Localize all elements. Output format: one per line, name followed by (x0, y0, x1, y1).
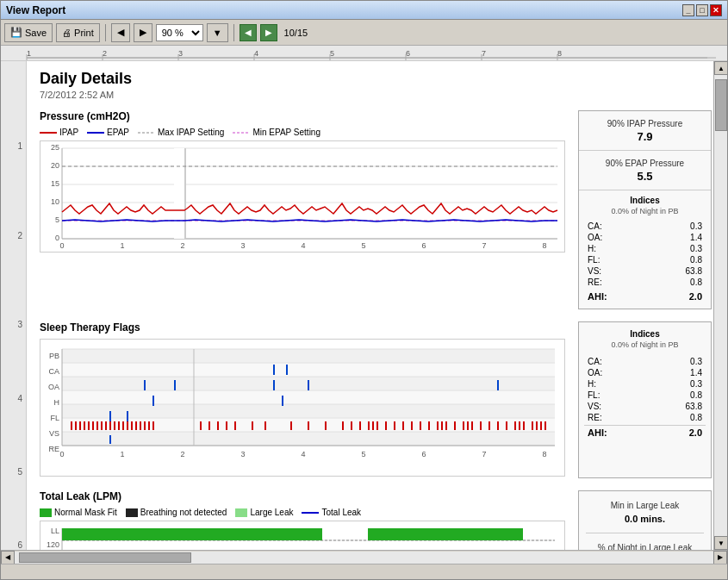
legend-normal-label: Normal Mask Fit (54, 508, 117, 517)
scroll-left-button[interactable]: ◀ (1, 551, 15, 564)
svg-rect-79 (308, 380, 309, 390)
h-value: 0.3 (690, 244, 702, 253)
svg-rect-145 (109, 435, 111, 444)
legend-ipap-label: IPAP (59, 128, 78, 137)
scroll-up-button[interactable]: ▲ (714, 61, 727, 75)
svg-text:6: 6 (421, 241, 426, 250)
leak-legend: Normal Mask Fit Breathing not detected L… (40, 508, 571, 517)
svg-text:8: 8 (542, 450, 546, 458)
title-bar: View Report _ □ ✕ (1, 1, 727, 20)
save-button[interactable]: 💾 Save (4, 23, 53, 42)
h-value-2: 0.3 (690, 379, 702, 389)
svg-rect-89 (88, 421, 90, 430)
print-button[interactable]: 🖨 Print (56, 23, 100, 42)
scroll-track[interactable] (714, 75, 727, 536)
zoom-select[interactable]: 90 % 75 % 100 % 125 % (156, 24, 203, 41)
svg-text:0: 0 (55, 234, 59, 242)
svg-rect-117 (359, 421, 361, 430)
svg-rect-102 (144, 421, 146, 430)
ahi-value: 2.0 (689, 291, 702, 302)
svg-rect-59 (62, 390, 555, 404)
svg-rect-100 (135, 421, 137, 430)
ca-value: 0.3 (690, 221, 702, 231)
fl-label-2: FL: (588, 390, 600, 400)
svg-rect-104 (152, 421, 154, 430)
svg-text:0: 0 (59, 450, 64, 458)
svg-rect-140 (523, 421, 525, 430)
page-back-button[interactable]: ◀ (240, 24, 257, 41)
svg-text:5: 5 (55, 215, 59, 224)
svg-text:H: H (54, 398, 60, 407)
svg-text:7: 7 (482, 49, 486, 58)
svg-rect-120 (376, 421, 378, 430)
h-label-2: H: (588, 379, 596, 389)
scroll-down-button[interactable]: ▼ (714, 536, 727, 550)
svg-rect-175 (193, 528, 322, 540)
vertical-scrollbar[interactable]: ▲ ▼ (713, 61, 727, 550)
pressure-chart-svg: 25 20 15 10 5 0 (40, 140, 565, 253)
scroll-thumb[interactable] (715, 79, 727, 131)
svg-text:2: 2 (180, 241, 184, 250)
svg-rect-119 (372, 421, 374, 430)
svg-rect-93 (105, 421, 107, 430)
h-label: H: (588, 244, 596, 253)
svg-text:2: 2 (180, 450, 184, 458)
indices-title: Indices (584, 329, 706, 339)
main-scroll[interactable]: Daily Details 7/2/2012 2:52 AM Pressure … (27, 61, 713, 550)
svg-rect-128 (441, 421, 443, 430)
horizontal-scrollbar[interactable]: ◀ ▶ (1, 550, 727, 564)
page-forward-button[interactable]: ▶ (260, 24, 277, 41)
scroll-right-button[interactable]: ▶ (713, 551, 727, 564)
flags-title: Sleep Therapy Flags (40, 321, 571, 334)
ahi-value-2: 2.0 (689, 427, 702, 438)
legend-max-ipap-label: Max IPAP Setting (158, 128, 224, 137)
legend-breathing-label: Breathing not detected (140, 508, 227, 517)
svg-rect-62 (62, 432, 555, 446)
svg-rect-76 (144, 380, 146, 390)
maximize-button[interactable]: □ (696, 4, 708, 16)
svg-rect-84 (127, 411, 128, 421)
oa-row-2: OA: 1.4 (584, 367, 706, 378)
svg-rect-57 (62, 363, 555, 377)
svg-rect-174 (62, 528, 193, 540)
re-row-2: RE: 0.8 (584, 412, 706, 423)
main-window: View Report _ □ ✕ 💾 Save 🖨 Print ◀ ▶ 90 … (0, 0, 728, 580)
ca-value-2: 0.3 (690, 357, 702, 366)
nav-prev-button[interactable]: ◀ (111, 23, 130, 42)
nav-next-button[interactable]: ▶ (134, 23, 152, 42)
svg-text:3: 3 (178, 49, 183, 58)
svg-rect-88 (84, 421, 85, 430)
svg-rect-77 (174, 380, 176, 390)
h-scroll-track[interactable] (15, 552, 713, 564)
svg-rect-126 (428, 421, 430, 430)
svg-rect-143 (540, 421, 542, 430)
fl-row: FL: 0.8 (584, 254, 706, 265)
close-button[interactable]: ✕ (710, 4, 722, 16)
content-area: 1 2 3 4 5 6 Daily Details 7/2/2012 2:52 … (1, 61, 727, 550)
leak-section: Total Leak (LPM) Normal Mask Fit Breathi… (40, 490, 712, 550)
svg-text:LL: LL (51, 527, 59, 535)
right-panel-leak: Min in Large Leak 0.0 mins. % of Night i… (578, 490, 712, 550)
vs-row: VS: 63.8 (584, 265, 706, 277)
legend-ipap: IPAP (40, 128, 78, 137)
leak-min-label: Min in Large Leak (586, 500, 704, 512)
pressure-legend: IPAP EPAP Max IPAP Setting (40, 128, 571, 137)
zoom-dropdown-button[interactable]: ▼ (207, 23, 228, 42)
svg-rect-176 (368, 528, 523, 540)
svg-rect-98 (127, 421, 128, 430)
legend-total-label: Total Leak (321, 508, 361, 517)
h-row-2: H: 0.3 (584, 378, 706, 390)
svg-text:4: 4 (254, 49, 258, 58)
status-bar (1, 564, 727, 579)
toolbar-separator (105, 24, 106, 41)
svg-rect-142 (536, 421, 538, 430)
toolbar: 💾 Save 🖨 Print ◀ ▶ 90 % 75 % 100 % 125 %… (1, 20, 727, 46)
minimize-button[interactable]: _ (682, 4, 694, 16)
svg-rect-90 (92, 421, 94, 430)
svg-text:PB: PB (49, 352, 59, 360)
svg-rect-56 (62, 349, 555, 363)
svg-text:1: 1 (120, 450, 124, 458)
svg-rect-127 (437, 421, 439, 430)
epap-pressure-label: 90% EPAP Pressure (584, 158, 706, 170)
h-scroll-thumb[interactable] (19, 552, 191, 563)
